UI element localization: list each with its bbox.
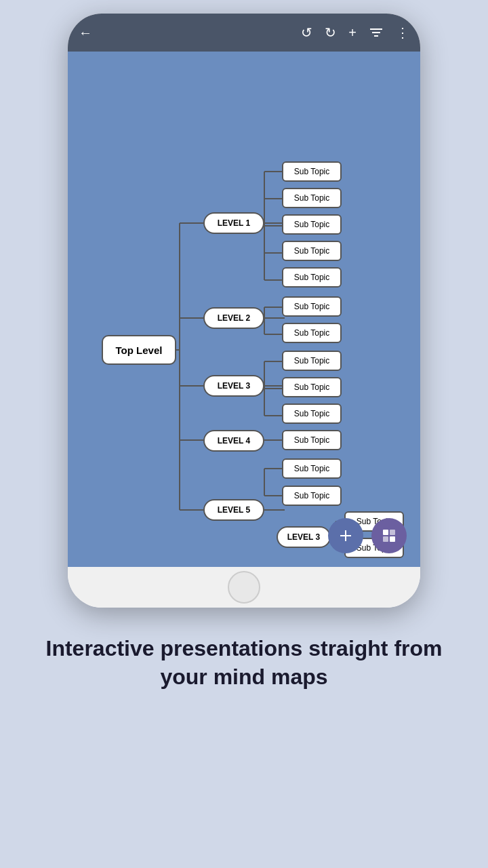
svg-rect-37 bbox=[383, 530, 388, 535]
subtopic-3[interactable]: Sub Topic bbox=[282, 214, 342, 235]
add-button[interactable]: + bbox=[348, 25, 357, 41]
top-bar: ← ↺ ↻ + ⋮ bbox=[68, 14, 420, 52]
svg-rect-0 bbox=[370, 28, 382, 30]
add-node-fab[interactable] bbox=[328, 518, 363, 553]
level3a-node[interactable]: LEVEL 3 bbox=[203, 375, 264, 397]
level4-node[interactable]: LEVEL 4 bbox=[203, 430, 264, 452]
subtopic-11[interactable]: Sub Topic bbox=[282, 430, 342, 450]
svg-rect-2 bbox=[374, 35, 378, 37]
home-area bbox=[68, 567, 420, 608]
subtopic-6[interactable]: Sub Topic bbox=[282, 296, 342, 317]
phone-frame: ← ↺ ↻ + ⋮ bbox=[68, 14, 420, 608]
subtopic-9[interactable]: Sub Topic bbox=[282, 377, 342, 397]
svg-rect-40 bbox=[390, 536, 395, 542]
level3b-node[interactable]: LEVEL 3 bbox=[277, 526, 331, 548]
subtopic-10[interactable]: Sub Topic bbox=[282, 403, 342, 424]
subtopic-13[interactable]: Sub Topic bbox=[282, 486, 342, 506]
layout-fab[interactable] bbox=[371, 518, 407, 553]
filter-button[interactable] bbox=[369, 25, 384, 40]
footer-heading: Interactive presentations straight from … bbox=[20, 635, 468, 691]
more-button[interactable]: ⋮ bbox=[396, 24, 409, 41]
undo-button[interactable]: ↺ bbox=[301, 24, 312, 41]
subtopic-5[interactable]: Sub Topic bbox=[282, 267, 342, 288]
subtopic-8[interactable]: Sub Topic bbox=[282, 351, 342, 371]
svg-rect-36 bbox=[340, 535, 351, 536]
subtopic-4[interactable]: Sub Topic bbox=[282, 241, 342, 261]
level2-node[interactable]: LEVEL 2 bbox=[203, 307, 264, 329]
svg-rect-1 bbox=[372, 32, 380, 33]
redo-button[interactable]: ↻ bbox=[325, 24, 336, 41]
svg-rect-39 bbox=[383, 536, 388, 542]
back-button[interactable]: ← bbox=[79, 25, 92, 41]
bottom-section: Interactive presentations straight from … bbox=[0, 608, 488, 718]
home-button[interactable] bbox=[228, 571, 260, 604]
subtopic-2[interactable]: Sub Topic bbox=[282, 188, 342, 208]
subtopic-1[interactable]: Sub Topic bbox=[282, 161, 342, 182]
mindmap-canvas[interactable]: Top Level LEVEL 1 LEVEL 2 LEVEL 3 LEVEL … bbox=[68, 52, 420, 567]
level1-node[interactable]: LEVEL 1 bbox=[203, 212, 264, 234]
fab-container bbox=[328, 518, 407, 553]
level5-node[interactable]: LEVEL 5 bbox=[203, 499, 264, 521]
subtopic-12[interactable]: Sub Topic bbox=[282, 458, 342, 479]
top-level-node[interactable]: Top Level bbox=[102, 335, 176, 365]
svg-rect-38 bbox=[390, 530, 395, 535]
subtopic-7[interactable]: Sub Topic bbox=[282, 323, 342, 343]
